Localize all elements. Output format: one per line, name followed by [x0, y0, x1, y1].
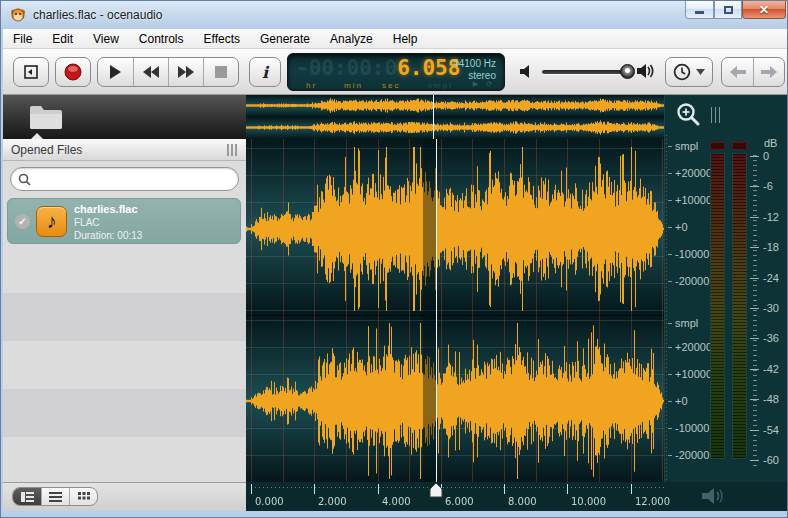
forward-arrow-icon [761, 66, 777, 78]
waveform-editor[interactable] [246, 139, 664, 482]
time-digits: -00:00:06.058 [296, 56, 460, 80]
amplitude-label: +10000 [675, 368, 712, 380]
db-label: 0 [763, 150, 769, 162]
db-label: -36 [763, 332, 779, 344]
sidebar-bottom-bar [3, 482, 246, 511]
window-title: charlies.flac - ocenaudio [33, 8, 162, 22]
list-view-icon [49, 492, 62, 502]
amplitude-label: +0 [675, 395, 688, 407]
toggle-sidebar-button[interactable] [13, 57, 49, 87]
menubar: FileEditViewControlsEffectsGenerateAnaly… [3, 29, 787, 49]
toolbar: i -00:00:06.058 hr min sec smpl 44100 Hz… [3, 49, 787, 95]
menu-item-analyze[interactable]: Analyze [320, 30, 383, 48]
back-arrow-icon [730, 66, 746, 78]
volume-low-icon[interactable] [520, 65, 533, 78]
unit-smpl: smpl [428, 81, 453, 90]
unit-sec: sec [382, 81, 400, 90]
level-meter-panel: smpl+20000+10000+0-10000-20000smpl+20000… [664, 95, 787, 482]
file-name: charlies.flac [74, 203, 142, 216]
back-button[interactable] [722, 58, 753, 86]
db-label: -48 [763, 393, 779, 405]
amplitude-label: -10000 [675, 248, 709, 260]
meter-drag-handle[interactable] [711, 107, 720, 123]
view-details-button[interactable] [13, 488, 41, 505]
sample-unit-label-ch2: smpl [675, 317, 698, 329]
audio-file-icon: ♪ [36, 206, 67, 237]
stop-icon [215, 66, 227, 78]
maximize-icon [724, 6, 733, 14]
titlebar[interactable]: charlies.flac - ocenaudio ✕ [1, 1, 787, 29]
search-input[interactable] [36, 171, 221, 187]
db-label: -6 [763, 180, 773, 192]
waveform-overview[interactable] [246, 95, 664, 139]
file-item-charlies[interactable]: ✓ ♪ charlies.flac FLAC Duration: 00:13 [7, 198, 241, 244]
db-label: -42 [763, 363, 779, 375]
view-grid-button[interactable] [69, 488, 97, 505]
menu-item-edit[interactable]: Edit [42, 30, 83, 48]
search-area [3, 161, 246, 196]
clip-indicator-left [710, 142, 725, 150]
chevron-down-icon [696, 69, 705, 75]
clock-icon [673, 63, 691, 81]
time-display[interactable]: -00:00:06.058 hr min sec smpl 44100 Hz s… [287, 53, 505, 91]
sidebar-tabstrip [3, 95, 246, 139]
view-list-button[interactable] [41, 488, 69, 505]
db-label: -30 [763, 302, 779, 314]
volume-slider-knob[interactable] [620, 64, 635, 79]
app-window: charlies.flac - ocenaudio ✕ FileEditView… [0, 0, 788, 518]
stop-button[interactable] [203, 58, 238, 86]
panel-header: Opened Files [3, 139, 246, 161]
play-button[interactable] [98, 58, 133, 86]
maximize-button[interactable] [714, 1, 742, 19]
amplitude-label: -10000 [675, 422, 709, 434]
view-mode-group [12, 487, 98, 506]
menu-item-view[interactable]: View [83, 30, 129, 48]
search-box[interactable] [10, 167, 239, 191]
format-info: 44100 Hz stereo [453, 58, 496, 82]
level-meter-left [710, 153, 725, 459]
panel-drag-handle[interactable] [227, 144, 239, 156]
db-label: -12 [763, 211, 779, 223]
fast-forward-icon [178, 66, 194, 78]
fast-forward-button[interactable] [168, 58, 203, 86]
menu-item-generate[interactable]: Generate [250, 30, 320, 48]
amplitude-label: +20000 [675, 167, 712, 179]
forward-button[interactable] [753, 58, 784, 86]
zoom-button[interactable] [675, 101, 703, 129]
amplitude-label: -20000 [675, 449, 709, 461]
close-icon: ✕ [759, 4, 769, 16]
db-label: -60 [763, 454, 779, 466]
level-meter-right [732, 153, 747, 459]
amplitude-label: +20000 [675, 341, 712, 353]
menu-item-controls[interactable]: Controls [129, 30, 194, 48]
file-info: charlies.flac FLAC Duration: 00:13 [74, 203, 142, 242]
sidebar: Opened Files ✓ ♪ charlies.flac [3, 95, 246, 511]
transport-group [97, 57, 239, 87]
info-button[interactable]: i [249, 57, 281, 87]
amplitude-label: +10000 [675, 194, 712, 206]
menu-item-file[interactable]: File [3, 30, 42, 48]
minimize-button[interactable] [685, 1, 714, 19]
sample-unit-label-ch1: smpl [675, 140, 698, 152]
rewind-button[interactable] [133, 58, 168, 86]
volume-high-icon[interactable] [637, 63, 655, 79]
amplitude-ruler [666, 135, 667, 482]
db-label: -54 [763, 424, 779, 436]
play-icon [109, 65, 122, 79]
opened-files-list: ✓ ♪ charlies.flac FLAC Duration: 00:13 [3, 196, 246, 482]
playhead-marker[interactable] [429, 482, 443, 498]
db-unit-label: dB [764, 137, 777, 149]
menu-item-effects[interactable]: Effects [194, 30, 250, 48]
amplitude-label: +0 [675, 221, 688, 233]
record-button[interactable] [55, 57, 91, 87]
close-button[interactable]: ✕ [742, 1, 786, 19]
opened-files-tab[interactable] [29, 104, 63, 130]
file-check-icon[interactable]: ✓ [15, 214, 30, 229]
time-format-button[interactable] [665, 57, 713, 87]
time-value: 6.058 [397, 56, 460, 80]
record-icon [64, 63, 82, 81]
monitor-speaker-icon[interactable] [700, 486, 726, 506]
menu-item-help[interactable]: Help [383, 30, 428, 48]
clip-indicator-right [732, 142, 747, 150]
app-icon [10, 7, 26, 23]
